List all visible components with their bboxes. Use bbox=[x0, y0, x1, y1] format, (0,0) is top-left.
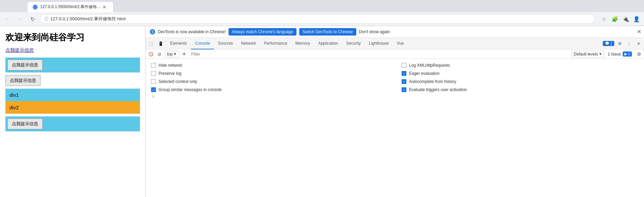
default-levels-label: Default levels bbox=[574, 52, 598, 57]
eye-icon[interactable]: 👁 bbox=[181, 50, 188, 58]
profile-icon[interactable]: 👤 bbox=[633, 15, 641, 23]
notification-close-button[interactable]: ✕ bbox=[637, 29, 641, 35]
tab-bar: 127.0.0.1:5500/html/2.事件修饰符.html ✕ bbox=[0, 0, 644, 12]
console-settings-icon[interactable]: ⚙ bbox=[635, 50, 643, 58]
btn1[interactable]: 点我提示信息 bbox=[7, 60, 43, 70]
notif-text: DevTools is now available in Chinese! bbox=[158, 29, 226, 34]
settings-grid: Hide network Preserve log Selected conte… bbox=[151, 63, 639, 92]
tab-application[interactable]: Application bbox=[314, 38, 342, 49]
btn-container-2: 点我提示信息 bbox=[5, 75, 140, 86]
evaluate-triggers-label: Evaluate triggers user activation bbox=[409, 87, 467, 92]
devtools-tabs: ⬚ 📱 Elements Console Sources Network Per… bbox=[146, 38, 644, 49]
tab-vue[interactable]: Vue bbox=[393, 38, 408, 49]
evaluate-triggers-checkbox[interactable]: ✓ bbox=[402, 87, 406, 92]
url-bar[interactable]: ⓘ 127.0.0.1:5500/html/2.事件修饰符.html bbox=[40, 14, 595, 24]
settings-right: Log XMLHttpRequests ✓ Eager evaluation ✓… bbox=[402, 63, 639, 92]
tab-memory[interactable]: Memory bbox=[291, 38, 314, 49]
notif-icon: i bbox=[150, 29, 155, 35]
switch-to-chinese-button[interactable]: Switch DevTools to Chinese bbox=[299, 28, 356, 36]
settings-gear-icon[interactable]: ⚙ bbox=[616, 40, 624, 48]
match-language-button[interactable]: Always match Chrome's language bbox=[229, 28, 296, 36]
clear-console-icon[interactable]: 🚫 bbox=[147, 50, 154, 58]
btn2[interactable]: 点我提示信息 bbox=[5, 75, 41, 86]
forward-button[interactable]: → bbox=[16, 14, 25, 24]
setting-hide-network: Hide network bbox=[151, 63, 388, 68]
webpage-content: 欢迎来到尚硅谷学习 点我提示信息 点我提示信息 点我提示信息 div1 div2… bbox=[0, 26, 145, 197]
setting-evaluate-triggers: ✓ Evaluate triggers user activation bbox=[402, 87, 639, 92]
eager-eval-checkbox[interactable]: ✓ bbox=[402, 71, 406, 76]
address-bar: ← → ↻ ⓘ 127.0.0.1:5500/html/2.事件修饰符.html… bbox=[0, 12, 644, 26]
devtools-tab-right-icons: 💬 1 ⚙ ⋮ ✕ bbox=[603, 40, 643, 48]
console-toolbar: 🚫 ⊘ top ▼ 👁 Filter Default levels ▼ 1 Is… bbox=[146, 49, 644, 59]
selected-context-label: Selected context only bbox=[159, 79, 197, 84]
tab-console[interactable]: Console bbox=[191, 38, 214, 49]
main-area: 欢迎来到尚硅谷学习 点我提示信息 点我提示信息 点我提示信息 div1 div2… bbox=[0, 26, 644, 197]
tab-sources[interactable]: Sources bbox=[214, 38, 237, 49]
browser-icons: ☆ 🧩 🔌 👤 bbox=[600, 15, 641, 23]
no-icon[interactable]: ⊘ bbox=[156, 50, 163, 58]
hide-network-checkbox[interactable] bbox=[151, 63, 156, 68]
inspect-element-icon[interactable]: ⬚ bbox=[147, 40, 155, 48]
tab-lighthouse[interactable]: Lighthouse bbox=[365, 38, 393, 49]
devtools-panel: i DevTools is now available in Chinese! … bbox=[145, 26, 644, 197]
page-title: 欢迎来到尚硅谷学习 bbox=[5, 31, 140, 43]
tab-security[interactable]: Security bbox=[342, 38, 365, 49]
back-button[interactable]: ← bbox=[3, 14, 13, 24]
tab-elements[interactable]: Elements bbox=[166, 38, 191, 49]
extensions-icon[interactable]: 🧩 bbox=[611, 15, 619, 23]
settings-left: Hide network Preserve log Selected conte… bbox=[151, 63, 388, 92]
setting-selected-context: Selected context only bbox=[151, 79, 388, 84]
more-options-icon[interactable]: ⋮ bbox=[625, 40, 633, 48]
hide-network-label: Hide network bbox=[159, 63, 182, 68]
log-xml-checkbox[interactable] bbox=[402, 63, 406, 68]
dropdown-arrow: ▼ bbox=[173, 52, 177, 56]
btn-container-3: 点我提示信息 bbox=[5, 116, 140, 131]
setting-log-xml: Log XMLHttpRequests bbox=[402, 63, 639, 68]
active-tab[interactable]: 127.0.0.1:5500/html/2.事件修饰符.html ✕ bbox=[27, 1, 114, 12]
device-toolbar-icon[interactable]: 📱 bbox=[157, 40, 165, 48]
secure-icon: ⓘ bbox=[44, 16, 48, 22]
page-link[interactable]: 点我提示信息 bbox=[5, 47, 140, 53]
preserve-log-checkbox[interactable] bbox=[151, 71, 156, 76]
bookmark-icon[interactable]: ☆ bbox=[600, 15, 608, 23]
browser-chrome: 127.0.0.1:5500/html/2.事件修饰符.html ✕ ← → ↻… bbox=[0, 0, 644, 26]
preserve-log-label: Preserve log bbox=[159, 71, 181, 76]
tab-close-button[interactable]: ✕ bbox=[101, 4, 108, 10]
default-levels-dropdown[interactable]: Default levels ▼ bbox=[571, 51, 604, 58]
btn3[interactable]: 点我提示信息 bbox=[7, 118, 43, 129]
div2-box: div2 bbox=[5, 101, 140, 114]
log-xml-label: Log XMLHttpRequests bbox=[409, 63, 450, 68]
dont-show-again-link[interactable]: Don't show again bbox=[359, 29, 390, 34]
badge-icon: 💬 bbox=[605, 41, 610, 46]
btn-container-1: 点我提示信息 bbox=[5, 58, 140, 72]
top-label: top bbox=[167, 52, 173, 57]
expand-chevron[interactable]: › bbox=[151, 92, 639, 100]
autocomplete-checkbox[interactable]: ✓ bbox=[402, 79, 406, 84]
autocomplete-label: Autocomplete from history bbox=[409, 79, 456, 84]
levels-arrow: ▼ bbox=[599, 52, 602, 56]
eager-eval-label: Eager evaluation bbox=[409, 71, 439, 76]
selected-context-checkbox[interactable] bbox=[151, 79, 156, 84]
issue-count: ▶ 1 bbox=[623, 51, 632, 57]
issue-label: 1 Issue: bbox=[608, 52, 622, 57]
issue-badge: 1 Issue: ▶ 1 bbox=[606, 51, 634, 57]
url-text: 127.0.0.1:5500/html/2.事件修饰符.html bbox=[50, 16, 126, 22]
context-dropdown[interactable]: top ▼ bbox=[165, 51, 179, 58]
reload-button[interactable]: ↻ bbox=[28, 14, 37, 24]
tab-performance[interactable]: Performance bbox=[260, 38, 291, 49]
close-devtools-icon[interactable]: ✕ bbox=[635, 40, 643, 48]
devtools-notification: i DevTools is now available in Chinese! … bbox=[146, 26, 644, 38]
console-badge: 💬 1 bbox=[603, 41, 614, 46]
tab-favicon bbox=[33, 5, 38, 9]
tab-network[interactable]: Network bbox=[237, 38, 260, 49]
setting-group-similar: ✓ Group similar messages in console bbox=[151, 87, 388, 92]
div-container: div1 div2 bbox=[5, 89, 140, 114]
group-similar-checkbox[interactable]: ✓ bbox=[151, 87, 156, 92]
puzzle-icon[interactable]: 🔌 bbox=[622, 15, 630, 23]
setting-eager-eval: ✓ Eager evaluation bbox=[402, 71, 639, 76]
setting-preserve-log: Preserve log bbox=[151, 71, 388, 76]
filter-input[interactable] bbox=[189, 51, 570, 58]
console-settings-panel: Hide network Preserve log Selected conte… bbox=[146, 59, 644, 197]
devtools-tab-icons: ⬚ 📱 bbox=[147, 40, 165, 48]
setting-autocomplete: ✓ Autocomplete from history bbox=[402, 79, 639, 84]
